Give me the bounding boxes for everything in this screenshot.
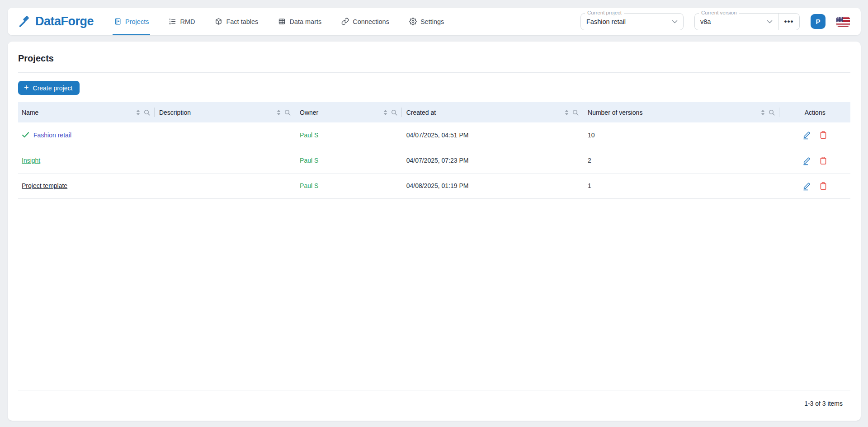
version-more-button[interactable]: ••• — [778, 14, 799, 30]
empty-space — [18, 199, 850, 390]
tab-projects[interactable]: Projects — [113, 8, 150, 35]
projects-table: Name — [18, 102, 850, 199]
current-version-select[interactable]: v8a — [695, 14, 778, 30]
column-header-name: Name — [18, 102, 155, 122]
title-divider — [18, 72, 850, 73]
owner-cell: Paul S — [295, 173, 402, 198]
select-floating-label: Current version — [699, 10, 739, 15]
project-link[interactable]: Insight — [22, 157, 40, 164]
sort-icon[interactable] — [276, 109, 281, 116]
plus-icon: + — [24, 84, 29, 92]
project-link[interactable]: Project template — [22, 182, 67, 189]
column-header-description: Description — [155, 102, 295, 122]
column-label: Name — [22, 109, 38, 116]
created-at-cell: 04/07/2025, 04:51 PM — [402, 122, 583, 148]
versions-cell: 2 — [583, 148, 779, 173]
versions-cell: 1 — [583, 173, 779, 198]
description-cell — [155, 148, 295, 173]
tab-connections[interactable]: Connections — [340, 8, 391, 35]
main-nav: Projects RMD — [113, 8, 462, 35]
tab-label: Fact tables — [226, 18, 258, 25]
sort-icon[interactable] — [564, 109, 569, 116]
column-label: Owner — [300, 109, 318, 116]
create-project-button[interactable]: + Create project — [18, 81, 80, 95]
current-project-value: Fashion retail — [586, 18, 626, 25]
sort-icon[interactable] — [383, 109, 388, 116]
column-label: Actions — [805, 109, 826, 116]
search-icon[interactable] — [284, 109, 291, 116]
tab-settings[interactable]: Settings — [408, 8, 445, 35]
current-project-value-area[interactable]: Fashion retail — [581, 14, 683, 30]
pagination-summary: 1-3 of 3 items — [804, 400, 843, 407]
numbered-list-icon — [169, 18, 176, 25]
column-label: Created at — [406, 109, 436, 116]
table-header-row: Name — [18, 102, 850, 122]
brand-logo[interactable]: DataForge — [19, 8, 94, 35]
edit-icon[interactable] — [802, 130, 811, 140]
gear-icon — [409, 18, 417, 25]
tab-label: Projects — [125, 18, 149, 25]
flag-canton — [836, 17, 843, 22]
check-icon — [22, 131, 29, 138]
link-icon — [341, 18, 349, 25]
current-version-group: Current version v8a ••• — [694, 13, 800, 30]
versions-cell: 10 — [583, 122, 779, 148]
hammer-icon — [19, 15, 31, 28]
search-icon[interactable] — [144, 109, 150, 116]
column-header-actions: Actions — [779, 102, 850, 122]
tab-label: Settings — [420, 18, 444, 25]
tab-label: RMD — [180, 18, 195, 25]
brand-name: DataForge — [35, 14, 94, 28]
header-controls: Current project Fashion retail Current v… — [580, 8, 850, 35]
column-label: Description — [159, 109, 191, 116]
created-at-cell: 04/08/2025, 01:19 PM — [402, 173, 583, 198]
owner-cell: Paul S — [295, 122, 402, 148]
current-version-value: v8a — [700, 18, 711, 25]
user-avatar[interactable]: P — [811, 14, 826, 29]
column-label: Number of versions — [588, 109, 642, 116]
chevron-down-icon — [666, 20, 678, 23]
table-row: Project template Paul S 04/08/2025, 01:1… — [18, 173, 850, 198]
us-flag-icon[interactable] — [836, 17, 850, 27]
projects-icon — [114, 18, 122, 25]
project-link[interactable]: Fashion retail — [33, 131, 71, 139]
column-header-versions: Number of versions — [583, 102, 779, 122]
column-header-created-at: Created at — [402, 102, 583, 122]
tab-rmd[interactable]: RMD — [167, 8, 196, 35]
sort-icon[interactable] — [760, 109, 765, 116]
search-icon[interactable] — [391, 109, 397, 116]
owner-cell: Paul S — [295, 148, 402, 173]
created-at-cell: 04/07/2025, 07:23 PM — [402, 148, 583, 173]
description-cell — [155, 122, 295, 148]
delete-icon[interactable] — [819, 156, 828, 165]
search-icon[interactable] — [572, 109, 579, 116]
delete-icon[interactable] — [819, 130, 828, 140]
tab-label: Connections — [353, 18, 389, 25]
tab-label: Data marts — [289, 18, 321, 25]
cube-icon — [215, 18, 222, 25]
top-bar: DataForge Projects — [8, 8, 861, 35]
current-project-select[interactable]: Current project Fashion retail — [580, 13, 684, 30]
table-grid-icon — [278, 18, 286, 25]
column-header-owner: Owner — [295, 102, 402, 122]
edit-icon[interactable] — [802, 181, 811, 191]
projects-panel: Projects + Create project Name — [8, 42, 861, 421]
select-floating-label: Current project — [585, 10, 624, 15]
tab-fact-tables[interactable]: Fact tables — [213, 8, 259, 35]
table-row: Insight Paul S 04/07/2025, 07:23 PM 2 — [18, 148, 850, 173]
edit-icon[interactable] — [802, 156, 811, 165]
chevron-down-icon — [761, 20, 773, 23]
search-icon[interactable] — [769, 109, 775, 116]
table-row: Fashion retail Paul S 04/07/2025, 04:51 … — [18, 122, 850, 148]
sort-icon[interactable] — [136, 109, 141, 116]
tab-data-marts[interactable]: Data marts — [277, 8, 323, 35]
create-project-label: Create project — [33, 84, 73, 92]
page-title: Projects — [18, 53, 850, 64]
description-cell — [155, 173, 295, 198]
delete-icon[interactable] — [819, 181, 828, 191]
pagination: 1-3 of 3 items — [18, 390, 850, 421]
